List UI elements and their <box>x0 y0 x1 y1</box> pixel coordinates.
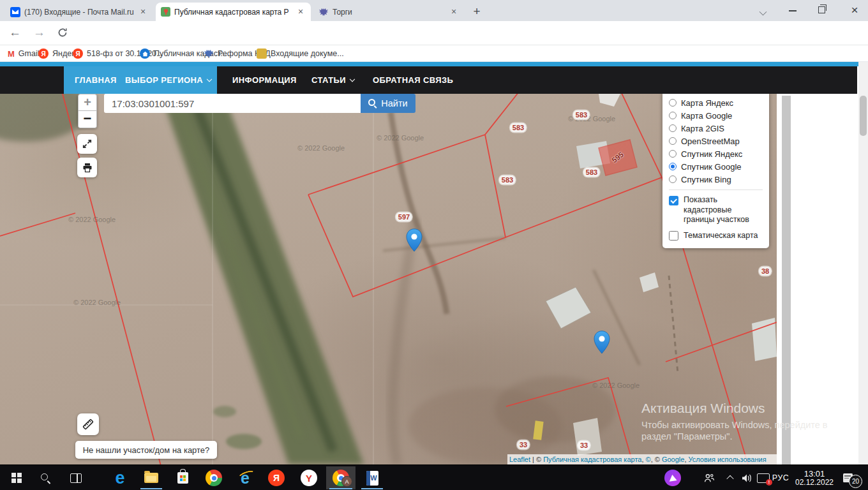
taskbar-yandex[interactable]: Я <box>262 466 290 489</box>
browser-scrollbar-track[interactable] <box>858 62 868 466</box>
tab-mail[interactable]: (170) Входящие - Почта Mail.ru × <box>5 3 153 21</box>
search-icon <box>40 473 50 483</box>
google-watermark: © 2022 Google <box>297 144 345 152</box>
radio-selected-icon <box>669 163 677 170</box>
tab-title: (170) Входящие - Почта Mail.ru <box>24 8 134 17</box>
nav-item-articles[interactable]: СТАТЬИ <box>311 66 354 94</box>
yandex-browser-icon: Y <box>301 470 317 486</box>
nav-item-home[interactable]: ГЛАВНАЯ <box>75 66 117 94</box>
tray-language[interactable]: РУС <box>770 466 791 489</box>
tray-show-hidden[interactable] <box>722 466 738 489</box>
bookmark-incoming-docs[interactable]: Входящие докуме... <box>257 46 344 61</box>
window-minimize-button[interactable] <box>789 10 797 11</box>
tray-clock[interactable]: 13:01 02.12.2022 <box>793 466 836 489</box>
map-attribution: Leaflet | © Публичная кадастровая карта,… <box>507 454 777 464</box>
radio-icon <box>669 150 677 158</box>
google-watermark: © 2022 Google <box>592 382 640 389</box>
taskbar-search-button[interactable] <box>31 466 59 489</box>
tab-cadastral-map[interactable]: Публичная кадастровая карта Р × <box>156 3 311 21</box>
nav-item-feedback[interactable]: ОБРАТНАЯ СВЯЗЬ <box>373 66 453 94</box>
folder-icon <box>144 473 158 483</box>
bookmark-gmail[interactable]: M Gmail <box>8 46 40 61</box>
tab-close-icon[interactable]: × <box>449 7 459 17</box>
checkbox-cadastral-borders[interactable]: Показать кадастровыеграницы участков <box>669 194 763 225</box>
chrome-icon <box>206 470 222 486</box>
tray-notifications[interactable]: 20 <box>836 466 864 489</box>
radio-icon <box>669 112 677 119</box>
terms-link[interactable]: Условия использования <box>689 456 767 463</box>
task-view-button[interactable] <box>62 466 90 489</box>
parcel-label: 583 <box>510 123 527 133</box>
layer-option-2gis-map[interactable]: Карта 2GIS <box>669 122 763 135</box>
nav-item-region[interactable]: ВЫБОР РЕГИОНА <box>125 66 211 94</box>
help-pill[interactable]: Не нашли участок/дом на карте? <box>75 441 217 459</box>
mailru-favicon-icon <box>10 7 20 17</box>
tab-search-chevron-icon[interactable] <box>760 8 767 16</box>
parcel-label: 583 <box>583 168 600 177</box>
browser-toolbar: ← → публичная-кадастровая-карта.рф G ☆ A <box>0 21 868 45</box>
store-bag-icon <box>177 472 188 484</box>
clock-time: 13:01 <box>795 470 834 479</box>
map-marker-pin[interactable] <box>406 228 423 255</box>
task-view-icon <box>70 473 82 483</box>
copyright-link[interactable]: © <box>646 456 651 463</box>
search-input[interactable] <box>104 94 361 113</box>
back-button[interactable]: ← <box>9 26 21 40</box>
taskbar-file-explorer[interactable] <box>137 466 165 489</box>
parcel-label: 583 <box>573 110 590 120</box>
window-close-button[interactable]: × <box>848 3 862 17</box>
start-button[interactable] <box>3 466 31 489</box>
active-indicator <box>329 488 352 490</box>
browser-scrollbar-thumb[interactable] <box>860 96 867 136</box>
parcel-label: 38 <box>759 267 772 276</box>
print-button[interactable] <box>77 158 97 177</box>
tray-people[interactable] <box>700 466 719 489</box>
layer-option-google-map[interactable]: Карта Google <box>669 109 763 122</box>
google-watermark: © 2022 Google <box>377 134 424 142</box>
fullscreen-button[interactable] <box>77 134 97 154</box>
zoom-out-button[interactable]: − <box>78 111 97 128</box>
taskbar-store[interactable] <box>168 466 197 489</box>
tab-torgi[interactable]: Торги × <box>313 3 464 21</box>
parcel-label: 33 <box>578 441 590 450</box>
yandex-icon: Я <box>38 48 49 59</box>
leaflet-link[interactable]: Leaflet <box>509 456 530 463</box>
layer-option-google-sat[interactable]: Спутник Google <box>669 160 763 173</box>
zoom-control: + − <box>78 94 97 128</box>
tab-close-icon[interactable]: × <box>138 7 148 17</box>
taskbar-chrome[interactable] <box>200 466 228 489</box>
taskbar-chrome-active[interactable]: A <box>326 466 355 489</box>
map-marker-pin[interactable] <box>594 330 610 357</box>
taskbar-edge[interactable]: e <box>106 466 134 489</box>
checkbox-thematic-map[interactable]: Тематическая карта <box>669 231 763 242</box>
tray-alice[interactable] <box>662 466 683 489</box>
layer-option-osm[interactable]: OpenStreetMap <box>669 135 763 147</box>
layer-option-bing-sat[interactable]: Спутник Bing <box>669 173 763 186</box>
reload-button[interactable] <box>57 27 68 40</box>
tab-close-icon[interactable]: × <box>296 7 306 17</box>
inner-scrollbar[interactable] <box>782 96 791 464</box>
measure-button[interactable] <box>77 413 99 435</box>
zoom-in-button[interactable]: + <box>78 94 97 111</box>
tray-volume[interactable] <box>738 466 756 489</box>
find-button[interactable]: Найти <box>361 94 415 113</box>
map-viewport[interactable]: © 2022 Google © 2022 Google © 2022 Googl… <box>0 94 777 464</box>
forward-button[interactable]: → <box>33 26 45 40</box>
new-tab-button[interactable]: + <box>469 4 484 19</box>
tab-title: Публичная кадастровая карта Р <box>174 8 292 17</box>
parcel-label: 33 <box>517 440 530 450</box>
google-link[interactable]: Google <box>662 456 684 463</box>
window-restore-button[interactable] <box>818 6 825 13</box>
taskbar-word[interactable]: W <box>358 466 386 489</box>
layer-option-yandex-map[interactable]: Карта Яндекс <box>669 96 763 109</box>
eagle-icon <box>204 48 214 59</box>
house-icon <box>140 48 150 59</box>
layer-option-yandex-sat[interactable]: Спутник Яндекс <box>669 147 763 160</box>
taskbar-internet-explorer[interactable]: e <box>231 466 259 489</box>
screencast-icon: ! <box>757 473 770 483</box>
nav-item-information[interactable]: ИНФОРМАЦИЯ <box>232 66 297 94</box>
pkk-link[interactable]: Публичная кадастровая карта <box>543 456 641 463</box>
taskbar-yandex-browser[interactable]: Y <box>295 466 323 489</box>
taskbar: e e Я <box>0 464 868 490</box>
gmail-icon: M <box>8 49 15 59</box>
